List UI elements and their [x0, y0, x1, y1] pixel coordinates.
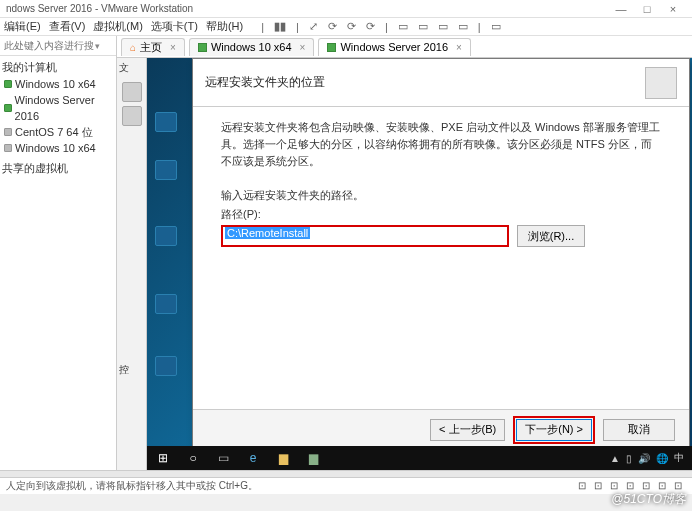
- back-button[interactable]: < 上一步(B): [430, 419, 505, 441]
- edge-icon[interactable]: e: [239, 447, 267, 469]
- menu-vm[interactable]: 虚拟机(M): [93, 19, 143, 34]
- wds-wizard-dialog: 远程安装文件夹的位置 远程安装文件夹将包含启动映像、安装映像、PXE 启动文件以…: [192, 58, 690, 450]
- maximize-button[interactable]: □: [634, 3, 660, 15]
- toolbar-icon[interactable]: ▭: [458, 20, 468, 33]
- desktop-icon[interactable]: [153, 112, 179, 140]
- tray-icon[interactable]: 🌐: [656, 453, 668, 464]
- tabstrip: ⌂ 主页 × Windows 10 x64 × Windows Server 2…: [117, 36, 692, 58]
- desktop-icon[interactable]: [153, 226, 179, 254]
- status-text: 人定向到该虚拟机，请将鼠标指针移入其中或按 Ctrl+G。: [6, 479, 258, 493]
- sidebar-tool-icon[interactable]: [122, 82, 142, 102]
- toolbar-icon[interactable]: ▭: [418, 20, 428, 33]
- pause-icon[interactable]: ▮▮: [274, 20, 286, 33]
- vm-on-icon: [4, 104, 12, 112]
- close-icon[interactable]: ×: [456, 42, 462, 53]
- close-button[interactable]: ×: [660, 3, 686, 15]
- guest-desktop[interactable]: 远程安装文件夹的位置 远程安装文件夹将包含启动映像、安装映像、PXE 启动文件以…: [147, 58, 692, 446]
- wizard-description: 远程安装文件夹将包含启动映像、安装映像、PXE 启动文件以及 Windows 部…: [221, 119, 661, 170]
- status-icon[interactable]: ⊡: [578, 480, 590, 492]
- wizard-prompt: 输入远程安装文件夹的路径。: [221, 188, 661, 203]
- library-pane: ▾ 我的计算机 Windows 10 x64 Windows Server 20…: [0, 36, 117, 470]
- explorer-icon[interactable]: ▆: [269, 447, 297, 469]
- desktop-icon[interactable]: [153, 160, 179, 188]
- library-search[interactable]: ▾: [0, 36, 116, 56]
- window-title: ndows Server 2016 - VMware Workstation: [6, 3, 193, 14]
- next-button[interactable]: 下一步(N) >: [516, 419, 592, 441]
- menu-help[interactable]: 帮助(H): [206, 19, 243, 34]
- desktop-icon[interactable]: [153, 356, 179, 384]
- tree-vm[interactable]: CentOS 7 64 位: [2, 124, 114, 140]
- tree-my-computer[interactable]: 我的计算机: [2, 59, 114, 75]
- toolbar-icon[interactable]: ⤢: [309, 20, 318, 33]
- tree-shared[interactable]: 共享的虚拟机: [2, 160, 114, 176]
- vm-display[interactable]: 文 控 远程安装文件夹的位置 远: [117, 58, 692, 470]
- menu-view[interactable]: 查看(V): [49, 19, 86, 34]
- sidebar-tool-icon[interactable]: [122, 106, 142, 126]
- system-tray[interactable]: ▲ ▯ 🔊 🌐 中: [610, 451, 690, 465]
- tray-icon[interactable]: 中: [674, 451, 684, 465]
- statusbar: 人定向到该虚拟机，请将鼠标指针移入其中或按 Ctrl+G。 ⊡ ⊡ ⊡ ⊡ ⊡ …: [0, 477, 692, 494]
- vm-off-icon: [4, 128, 12, 136]
- menubar: 编辑(E) 查看(V) 虚拟机(M) 选项卡(T) 帮助(H) | ▮▮ | ⤢…: [0, 18, 692, 36]
- status-icon[interactable]: ⊡: [594, 480, 606, 492]
- toolbar-icon[interactable]: ▭: [438, 20, 448, 33]
- sidebar-label: 文: [117, 58, 146, 78]
- tab-vm2[interactable]: Windows Server 2016 ×: [318, 38, 470, 56]
- desktop-icon[interactable]: [153, 294, 179, 322]
- titlebar: ndows Server 2016 - VMware Workstation —…: [0, 0, 692, 18]
- menu-tabs[interactable]: 选项卡(T): [151, 19, 198, 34]
- tray-icon[interactable]: ▲: [610, 453, 620, 464]
- search-dropdown-icon[interactable]: ▾: [95, 41, 100, 51]
- horizontal-scrollbar[interactable]: [0, 470, 692, 477]
- vm-sidebar: 文 控: [117, 58, 147, 470]
- vm-on-icon: [4, 80, 12, 88]
- tree-vm[interactable]: Windows Server 2016: [2, 92, 114, 124]
- tree-vm[interactable]: Windows 10 x64: [2, 140, 114, 156]
- search-input[interactable]: [4, 40, 94, 51]
- menu-edit[interactable]: 编辑(E): [4, 19, 41, 34]
- toolbar-icon[interactable]: ⟳: [366, 20, 375, 33]
- toolbar-icon[interactable]: ▭: [398, 20, 408, 33]
- guest-taskbar[interactable]: ⊞ ○ ▭ e ▆ ▆ ▲ ▯ 🔊 🌐 中: [147, 446, 692, 470]
- sidebar-label: 控: [117, 360, 146, 380]
- tab-vm1[interactable]: Windows 10 x64 ×: [189, 38, 315, 56]
- browse-button[interactable]: 浏览(R)...: [517, 225, 585, 247]
- close-icon[interactable]: ×: [170, 42, 176, 53]
- server-manager-icon[interactable]: ▆: [299, 447, 327, 469]
- vm-off-icon: [4, 144, 12, 152]
- home-icon: ⌂: [130, 42, 136, 53]
- vm-icon: [198, 43, 207, 52]
- toolbar-icon[interactable]: ⟳: [328, 20, 337, 33]
- path-label: 路径(P):: [221, 207, 661, 222]
- close-icon[interactable]: ×: [300, 42, 306, 53]
- taskview-icon[interactable]: ▭: [209, 447, 237, 469]
- wizard-title: 远程安装文件夹的位置: [205, 74, 645, 91]
- cancel-button[interactable]: 取消: [603, 419, 675, 441]
- watermark: @51CTO博客: [611, 491, 686, 508]
- tray-icon[interactable]: ▯: [626, 453, 632, 464]
- start-button[interactable]: ⊞: [149, 447, 177, 469]
- path-value: C:\RemoteInstall: [225, 227, 310, 239]
- toolbar-icon[interactable]: ▭: [491, 20, 501, 33]
- toolbar-icon[interactable]: ⟳: [347, 20, 356, 33]
- minimize-button[interactable]: —: [608, 3, 634, 15]
- tray-icon[interactable]: 🔊: [638, 453, 650, 464]
- tree-vm[interactable]: Windows 10 x64: [2, 76, 114, 92]
- tab-home[interactable]: ⌂ 主页 ×: [121, 38, 185, 56]
- vm-icon: [327, 43, 336, 52]
- path-input[interactable]: C:\RemoteInstall: [221, 225, 509, 247]
- wizard-icon: [645, 67, 677, 99]
- search-icon[interactable]: ○: [179, 447, 207, 469]
